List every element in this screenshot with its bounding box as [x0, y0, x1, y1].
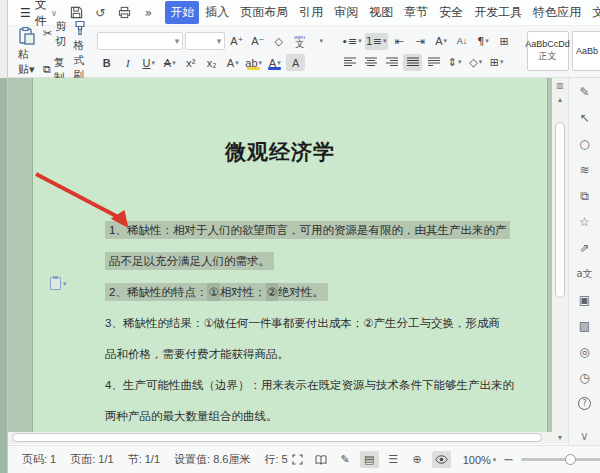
distribute-button[interactable] [424, 54, 443, 71]
show-marks-button[interactable]: ¶▾ [474, 33, 493, 50]
italic-button[interactable]: I [118, 54, 137, 71]
tab-doc-assistant[interactable]: 文档助手 [587, 1, 600, 24]
tab-insert[interactable]: 插入 [200, 1, 234, 24]
justify-button[interactable] [403, 54, 422, 71]
history-clock-icon[interactable]: ◷ [579, 371, 589, 385]
web-layout-button[interactable]: ⊕ [408, 451, 427, 468]
sidebar-collapse-chevron-icon[interactable]: ∨ [580, 429, 589, 443]
zoom-slider[interactable] [521, 458, 600, 461]
more-commands-button[interactable]: » [137, 3, 159, 23]
tab-page-layout[interactable]: 页面布局 [235, 1, 293, 24]
font-size-combobox[interactable]: ▾ [185, 32, 225, 50]
archive-box-icon[interactable]: ▣ [579, 293, 590, 307]
clear-format-button[interactable]: ◇ [269, 33, 288, 50]
translate-icon[interactable]: a文 [576, 267, 592, 281]
paste-button[interactable]: 粘贴▾ [18, 26, 36, 77]
align-left-button[interactable] [340, 54, 359, 71]
star-favorite-icon[interactable]: ☆ [579, 215, 590, 229]
sort-button[interactable]: A↓ [453, 33, 472, 50]
image-icon[interactable]: ▨ [579, 319, 590, 333]
tab-home[interactable]: 开始 [165, 1, 199, 24]
zoom-slider-thumb[interactable] [565, 454, 576, 465]
tab-view[interactable]: 视图 [364, 1, 398, 24]
borders-button[interactable]: ⊞▾ [487, 54, 506, 71]
insert-table-button[interactable]: ⊞ [495, 33, 514, 50]
superscript-button[interactable]: x² [181, 54, 200, 71]
bold-button[interactable]: B [97, 54, 116, 71]
chevron-down-icon: ▾ [172, 59, 176, 67]
undo-button[interactable]: ↺ [89, 3, 111, 23]
text-tools-button[interactable]: A▾ [432, 33, 451, 50]
eye-protection-button[interactable] [432, 451, 451, 468]
zoom-controls: 100% ▾ − + [463, 451, 600, 468]
style-next-partial[interactable]: AaBb [572, 31, 600, 71]
shading-button[interactable]: ◇▾ [466, 54, 485, 71]
share-icon[interactable]: ⇗ [579, 241, 589, 255]
chevron-down-icon: ▾ [235, 59, 239, 67]
char-shading-button[interactable]: A [286, 54, 305, 71]
increase-indent-icon: ⇥ [415, 35, 424, 48]
print-icon [118, 6, 131, 19]
increase-indent-button[interactable]: ⇥ [411, 33, 430, 50]
zoom-out-button[interactable]: − [503, 452, 514, 467]
help-circle-icon[interactable]: ? [578, 397, 591, 410]
style-normal[interactable]: AaBbCcDd 正文 [527, 31, 569, 71]
decrease-indent-button[interactable]: ⇤ [390, 33, 409, 50]
text-effects-button[interactable]: A▾ [223, 54, 242, 71]
numbered-list-button[interactable]: 1≡▾ [365, 33, 388, 50]
grow-font-button[interactable]: A⁺ [227, 33, 246, 50]
format-painter-button[interactable]: 格式刷 [73, 20, 87, 83]
shapes-icon[interactable]: ○ [579, 137, 589, 151]
adjust-settings-icon[interactable]: ≋ [579, 163, 589, 177]
tab-special-features[interactable]: 特色应用 [528, 1, 586, 24]
chevron-down-icon: ▾ [277, 59, 281, 67]
strikethrough-button[interactable]: A▾ [160, 54, 179, 71]
select-cursor-icon[interactable]: ↖ [579, 111, 589, 125]
highlight-color-button[interactable]: ab▾ [244, 54, 263, 71]
scroll-up-button[interactable]: ▴ [552, 92, 568, 106]
scissors-icon: ✂ [43, 27, 52, 40]
pinyin-guide-button[interactable]: wén 文 [290, 33, 309, 50]
bullet-list-button[interactable]: ∙≡▾ [340, 33, 363, 50]
vertical-scrollbar[interactable]: ▥ ▴ ▾ [552, 78, 568, 444]
zoom-level-button[interactable]: 100% ▾ [463, 454, 497, 466]
fullscreen-button[interactable] [288, 451, 307, 468]
table-icon: ⊞ [499, 35, 508, 48]
navigation-compass-icon[interactable]: ◎ [579, 345, 589, 359]
underline-button[interactable]: U▾ [139, 54, 158, 71]
line-spacing-button[interactable]: ⇕▾ [445, 54, 464, 71]
align-right-icon [386, 57, 398, 67]
ruler-toggle-button[interactable]: ▥ [552, 78, 568, 92]
scroll-down-button[interactable]: ▾ [552, 430, 568, 444]
tab-security[interactable]: 安全 [434, 1, 468, 24]
outline-view-button[interactable]: ☰ [384, 451, 403, 468]
pinyin-label: 文 [295, 40, 304, 49]
screenshot-layers-icon[interactable]: ⧉ [580, 189, 589, 203]
read-mode-button[interactable] [312, 451, 331, 468]
print-button[interactable] [113, 3, 135, 23]
cut-label: 剪切 [55, 19, 66, 49]
write-mode-button[interactable]: ✎ [336, 451, 355, 468]
font-name-combobox[interactable]: ▾ [97, 32, 183, 50]
paste-options-button[interactable]: ▾ [50, 277, 67, 290]
tab-section[interactable]: 章节 [399, 1, 433, 24]
horizontal-scrollbar-thumb[interactable] [12, 433, 542, 442]
chevron-down-icon: ▾ [175, 36, 180, 46]
tab-review[interactable]: 审阅 [329, 1, 363, 24]
tab-references[interactable]: 引用 [294, 1, 328, 24]
edit-pen-icon[interactable]: ✎ [579, 85, 589, 99]
font-color-button[interactable]: A▾ [265, 54, 284, 71]
chevron-down-icon: ▾ [358, 37, 362, 45]
chevron-down-icon: ▾ [458, 58, 462, 66]
subscript-button[interactable]: x₂ [202, 54, 221, 71]
print-layout-button[interactable]: ▤ [360, 451, 379, 468]
text-line: 4、生产可能性曲线（边界）：用来表示在既定资源与技术条件下能够生产出来的 [105, 374, 514, 396]
document-canvas[interactable]: 微观经济学 1、稀缺性：相对于人们的欲望而言，可用的资源是有限的，由其生产出来的… [8, 78, 552, 432]
cut-button[interactable]: ✂ 剪切 [43, 19, 66, 49]
align-right-button[interactable] [382, 54, 401, 71]
vertical-scrollbar-thumb[interactable] [555, 122, 565, 298]
align-center-button[interactable] [361, 54, 380, 71]
shrink-font-button[interactable]: A⁻ [248, 33, 267, 50]
tab-developer[interactable]: 开发工具 [469, 1, 527, 24]
horizontal-scrollbar[interactable] [8, 432, 552, 444]
